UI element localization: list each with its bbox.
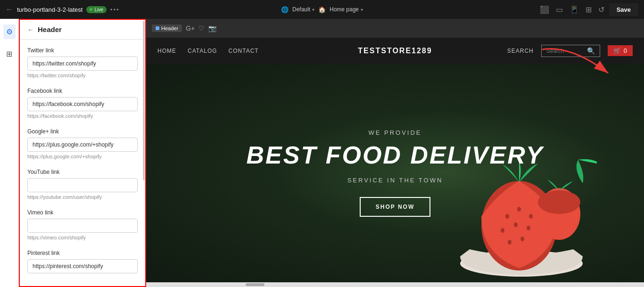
cart-count: 0 xyxy=(624,47,627,54)
field-hint: https://vimeo.com/shopify xyxy=(27,235,138,240)
top-bar-right: ⬛ ▭ 📱 ⊞ ↺ Save xyxy=(369,3,638,16)
field-label: Pinterest link xyxy=(27,250,138,256)
nav-contact[interactable]: CONTACT xyxy=(229,48,259,54)
site-name: turbo-portland-3-2-latest xyxy=(17,6,83,13)
panel-title: Header xyxy=(38,25,62,33)
field-group: Vimeo linkhttps://vimeo.com/shopify xyxy=(27,209,138,240)
scrollbar-thumb xyxy=(143,21,145,180)
hero-subtitle: WE PROVIDE xyxy=(247,129,544,136)
preview-tag: Header xyxy=(152,25,182,32)
scrollbar-thumb xyxy=(246,283,264,286)
cart-icon: 🛒 xyxy=(613,47,621,54)
field-input[interactable] xyxy=(27,178,138,192)
live-label: Live xyxy=(94,7,103,12)
pinterest-social-icon[interactable]: ♡ xyxy=(198,25,205,32)
save-button[interactable]: Save xyxy=(609,3,638,16)
panel-back-icon[interactable]: ← xyxy=(27,26,34,33)
field-label: Twitter link xyxy=(27,47,138,54)
store-logo: TESTSTORE1289 xyxy=(358,47,432,55)
field-label: YouTube link xyxy=(27,169,138,175)
svg-point-5 xyxy=(501,228,504,233)
preview-tag-label: Header xyxy=(161,25,178,31)
main-layout: ⚙ ⊞ ← Header Twitter linkhttps://twitter… xyxy=(0,19,644,287)
field-hint: https://twitter.com/shopify xyxy=(27,73,138,78)
top-bar-center: 🌐 Default ▾ 🏠 Home page ▾ xyxy=(281,6,363,13)
live-dot xyxy=(90,8,92,11)
cart-button[interactable]: 🛒 0 xyxy=(608,45,633,56)
homepage-btn[interactable]: Home page ▾ xyxy=(330,6,363,13)
back-icon[interactable]: ← xyxy=(6,5,13,14)
google-plus-social-icon[interactable]: G+ xyxy=(186,25,195,32)
home-icon: 🏠 xyxy=(318,6,326,13)
top-bar-left: ← turbo-portland-3-2-latest Live ••• xyxy=(6,5,275,14)
globe-icon: 🌐 xyxy=(281,6,289,13)
field-input[interactable] xyxy=(27,57,138,71)
field-label: Facebook link xyxy=(27,88,138,94)
devices-tablet-icon[interactable]: ▭ xyxy=(554,3,565,16)
sidebar-icon-customize[interactable]: ⚙ xyxy=(3,25,16,39)
live-badge: Live xyxy=(86,6,106,13)
hero-content: WE PROVIDE BEST FOOD DELIVERY SERVICE IN… xyxy=(247,129,544,216)
search-input[interactable] xyxy=(546,48,584,54)
field-hint: https://facebook.com/shopify xyxy=(27,113,138,119)
nav-catalog[interactable]: CATALOG xyxy=(188,48,217,54)
panel-header: ← Header xyxy=(20,20,145,40)
hero-title: BEST FOOD DELIVERY xyxy=(247,142,544,169)
sidebar-icon-sections[interactable]: ⊞ xyxy=(3,47,15,61)
field-group: Twitter linkhttps://twitter.com/shopify xyxy=(27,47,138,78)
search-label: SEARCH xyxy=(507,48,534,54)
instagram-social-icon[interactable]: 📷 xyxy=(208,25,216,32)
nav-home[interactable]: HOME xyxy=(157,48,176,54)
hero-description: SERVICE IN THE TOWN xyxy=(247,177,544,184)
more-dots[interactable]: ••• xyxy=(110,6,120,13)
field-input[interactable] xyxy=(27,219,138,233)
undo-icon[interactable]: ↺ xyxy=(596,3,606,16)
field-input[interactable] xyxy=(27,138,138,152)
preview-tag-dot xyxy=(156,26,159,30)
field-input[interactable] xyxy=(27,259,138,273)
panel-content: Twitter linkhttps://twitter.com/shopifyF… xyxy=(20,40,145,286)
field-hint: https://plus.google.com/+shopify xyxy=(27,154,138,159)
devices-mobile-icon[interactable]: 📱 xyxy=(568,3,581,16)
panel: ← Header Twitter linkhttps://twitter.com… xyxy=(19,19,146,287)
panel-scrollbar xyxy=(142,20,145,286)
svg-point-7 xyxy=(527,226,530,230)
chevron-icon: ▾ xyxy=(361,7,363,12)
svg-point-6 xyxy=(514,222,518,227)
store-nav: HOME CATALOG CONTACT xyxy=(157,48,259,54)
hero-section: WE PROVIDE BEST FOOD DELIVERY SERVICE IN… xyxy=(146,64,644,282)
field-group: YouTube linkhttps://youtube.com/user/sho… xyxy=(27,169,138,200)
svg-point-11 xyxy=(538,190,580,214)
field-input[interactable] xyxy=(27,97,138,111)
devices-desktop-icon[interactable]: ⬛ xyxy=(538,3,551,16)
horizontal-scrollbar[interactable] xyxy=(146,282,644,287)
svg-point-9 xyxy=(520,237,524,241)
field-group: Pinterest link xyxy=(27,250,138,273)
preview-area: Header G+ ♡ 📷 HOME CATALOG CONTACT TESTS… xyxy=(146,19,644,287)
field-group: Google+ linkhttps://plus.google.com/+sho… xyxy=(27,128,138,159)
field-hint: https://youtube.com/user/shopify xyxy=(27,194,138,200)
field-label: Google+ link xyxy=(27,128,138,135)
field-label: Vimeo link xyxy=(27,209,138,216)
preview-header-bar: Header G+ ♡ 📷 xyxy=(146,19,644,38)
left-sidebar: ⚙ ⊞ xyxy=(0,19,19,287)
top-bar: ← turbo-portland-3-2-latest Live ••• 🌐 D… xyxy=(0,0,644,19)
svg-point-8 xyxy=(508,240,512,245)
chevron-icon: ▾ xyxy=(312,7,314,12)
search-icon: 🔍 xyxy=(587,47,595,55)
store-header: HOME CATALOG CONTACT TESTSTORE1289 SEARC… xyxy=(146,38,644,64)
search-box: 🔍 xyxy=(541,45,600,57)
field-group: Facebook linkhttps://facebook.com/shopif… xyxy=(27,88,138,119)
shop-now-button[interactable]: SHOP NOW xyxy=(360,197,430,217)
store-right: SEARCH 🔍 🛒 0 xyxy=(507,45,633,57)
layout-icon[interactable]: ⊞ xyxy=(584,3,594,16)
default-btn[interactable]: Default ▾ xyxy=(292,6,314,13)
